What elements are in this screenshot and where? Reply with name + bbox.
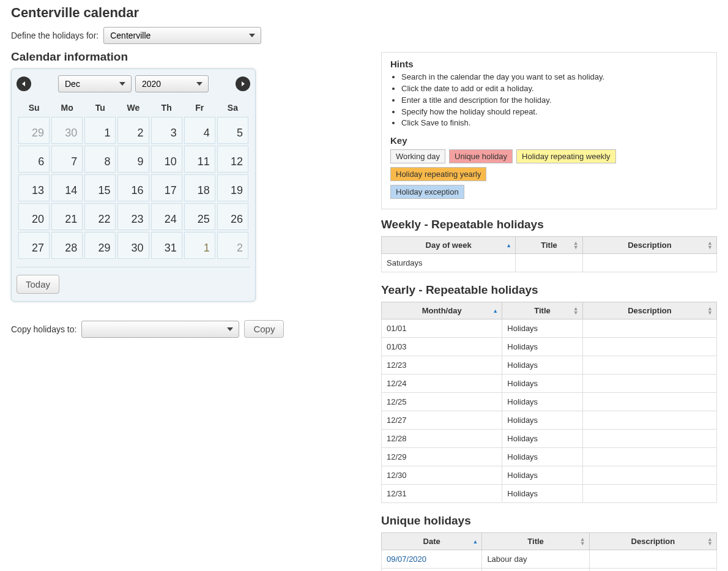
calendar-day[interactable]: 9 [117,146,149,173]
table-row: 12/29Holidays [382,448,717,466]
table-cell [582,319,716,338]
table-row: 12/27Holidays [382,411,717,430]
prev-month-button[interactable] [17,77,31,91]
hints-box: Hints Search in the calendar the day you… [381,52,717,209]
column-header[interactable]: Description▲▼ [582,302,716,319]
key-weekly: Holiday repeating weekly [516,149,616,163]
calendar-day[interactable]: 25 [184,203,215,230]
key-unique: Unique holiday [449,149,513,163]
calendar-day[interactable]: 11 [184,146,215,173]
calendar-day[interactable]: 29 [84,232,116,259]
svg-marker-1 [242,81,245,86]
table-cell: 12/24 [382,375,502,393]
table-cell: Holidays [502,356,583,375]
hints-heading: Hints [390,59,708,69]
calendar-day[interactable]: 20 [18,203,50,230]
calendar-day[interactable]: 17 [151,174,182,201]
calendar-day[interactable]: 27 [18,232,50,259]
sort-icon: ▲▼ [573,241,579,250]
column-header[interactable]: Month/day▲ [382,302,502,319]
calendar-day[interactable]: 26 [217,203,248,230]
column-header[interactable]: Title▲▼ [502,302,583,319]
calendar-day[interactable]: 12 [217,146,248,173]
table-cell [582,411,716,430]
calendar-day[interactable]: 18 [184,174,215,201]
calendar-day[interactable]: 2 [217,232,248,259]
table-cell: Holidays [502,393,583,411]
calendar-day[interactable]: 15 [84,174,116,201]
calendar-day[interactable]: 13 [18,174,50,201]
table-cell: Holidays [502,375,583,393]
table-cell [582,448,716,466]
calendar-day[interactable]: 16 [117,174,149,201]
sort-asc-icon: ▲ [506,243,511,247]
calendar-day[interactable]: 23 [117,203,149,230]
column-header[interactable]: Description▲▼ [589,533,716,550]
weekly-table: Day of week▲Title▲▼Description▲▼ Saturda… [381,236,717,272]
sort-icon: ▲▼ [707,241,713,250]
holiday-link[interactable]: 09/07/2020 [387,554,426,564]
today-button[interactable]: Today [17,275,59,294]
table-cell: Holidays [502,430,583,448]
calendar-day[interactable]: 4 [184,117,215,144]
calendar-grid: SuMoTuWeThFrSa 2930123456789101112131415… [17,99,250,261]
table-row: 12/31Holidays [382,485,717,503]
calendar-day[interactable]: 22 [84,203,116,230]
calendar-day[interactable]: 21 [51,203,83,230]
dow-header: Tu [84,100,116,115]
table-cell [582,485,716,503]
calendar-day[interactable]: 31 [151,232,182,259]
calendar-day[interactable]: 30 [51,117,83,144]
calendar-day[interactable]: 3 [151,117,182,144]
calendar-day[interactable]: 5 [217,117,248,144]
column-header[interactable]: Date▲ [382,533,482,550]
column-header[interactable]: Day of week▲ [382,237,516,254]
calendar-day[interactable]: 30 [117,232,149,259]
calendar-day[interactable]: 1 [184,232,215,259]
calendar-widget: Dec 2020 SuMoTuWeThFrSa 2930123456789101… [11,69,256,302]
table-cell: Holidays [502,338,583,356]
column-header[interactable]: Title▲▼ [482,533,589,550]
table-cell: Holidays [502,448,583,466]
hint-item: Click the date to add or edit a holiday. [401,83,708,95]
table-cell: Labour day [482,550,589,569]
dow-header: Mo [51,100,83,115]
copy-label: Copy holidays to: [11,324,76,334]
year-select[interactable]: 2020 [135,75,209,92]
define-label: Define the holidays for: [11,31,98,40]
table-row: 12/23Holidays [382,356,717,375]
hints-list: Search in the calendar the day you want … [401,72,708,129]
calendar-day[interactable]: 2 [117,117,149,144]
table-row: 12/28Holidays [382,430,717,448]
table-cell [582,338,716,356]
calendar-day[interactable]: 19 [217,174,248,201]
month-select[interactable]: Dec [58,75,132,92]
calendar-day[interactable]: 6 [18,146,50,173]
hint-item: Click Save to finish. [401,118,708,129]
table-cell [582,430,716,448]
calendar-day[interactable]: 29 [18,117,50,144]
copy-button[interactable]: Copy [244,320,284,338]
sort-asc-icon: ▲ [472,539,478,543]
hint-item: Search in the calendar the day you want … [401,72,708,83]
table-cell: Holidays [502,319,583,338]
dow-header: We [117,100,149,115]
calendar-day[interactable]: 1 [84,117,116,144]
calendar-day[interactable]: 7 [51,146,83,173]
table-cell [582,254,716,272]
define-select[interactable]: Centerville [103,27,261,44]
table-cell: 12/31 [382,485,502,503]
calendar-day[interactable]: 8 [84,146,116,173]
calendar-day[interactable]: 28 [51,232,83,259]
table-cell [589,569,716,571]
calendar-day[interactable]: 24 [151,203,182,230]
column-header[interactable]: Title▲▼ [516,237,583,254]
calendar-day[interactable]: 14 [51,174,83,201]
key-working: Working day [390,149,445,163]
calendar-day[interactable]: 10 [151,146,182,173]
next-month-button[interactable] [236,77,250,91]
column-header[interactable]: Description▲▼ [582,237,716,254]
copy-select[interactable] [81,321,239,338]
weekly-heading: Weekly - Repeatable holidays [381,218,717,231]
yearly-table: Month/day▲Title▲▼Description▲▼ 01/01Holi… [381,302,717,503]
